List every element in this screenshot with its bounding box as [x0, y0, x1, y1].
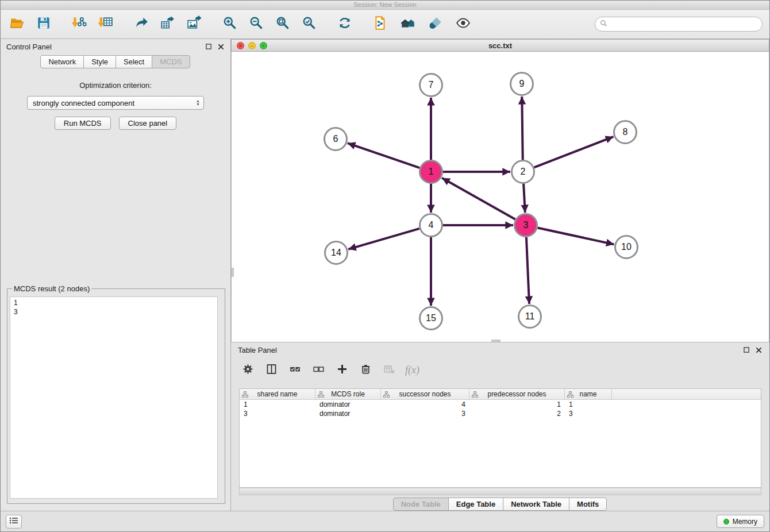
table-panel: Table Panel — [231, 342, 769, 511]
unselect-all-columns-button[interactable] — [311, 363, 326, 377]
column-header-name[interactable]: name — [565, 389, 612, 399]
table-row[interactable]: 1dominator411 — [240, 400, 761, 409]
zoom-in-icon — [222, 16, 237, 33]
table-cell[interactable]: 3 — [381, 409, 469, 418]
table-cell[interactable]: 1 — [240, 400, 315, 409]
node-15[interactable]: 15 — [419, 306, 443, 330]
trash-icon — [360, 363, 372, 377]
optimization-select[interactable]: strongly connected component ▲▼ — [27, 96, 204, 110]
close-table-panel-icon[interactable] — [754, 346, 763, 354]
column-header-predecessor-nodes[interactable]: predecessor nodes — [469, 389, 565, 399]
home-button[interactable] — [398, 14, 418, 34]
zoom-selected-button[interactable] — [299, 14, 319, 34]
node-3[interactable]: 3 — [514, 213, 538, 237]
import-table-button[interactable] — [96, 14, 116, 34]
column-header-shared-name[interactable]: shared name — [240, 389, 315, 399]
canvas-left-scroll-nub[interactable] — [232, 268, 234, 277]
open-session-button[interactable] — [7, 14, 27, 34]
mcds-result-group: MCDS result (2 nodes) 13 — [7, 284, 225, 504]
table-settings-button[interactable] — [240, 363, 255, 377]
tab-node-table[interactable]: Node Table — [393, 498, 449, 511]
unchecked-boxes-icon — [313, 363, 325, 377]
tab-motifs[interactable]: Motifs — [569, 498, 607, 511]
tab-select[interactable]: Select — [116, 55, 152, 68]
node-14[interactable]: 14 — [324, 241, 348, 265]
paintbrush-icon — [428, 16, 443, 33]
tab-network-table[interactable]: Network Table — [503, 498, 569, 511]
table-cell[interactable]: 3 — [240, 409, 315, 418]
import-network-icon — [72, 16, 87, 33]
table-cell[interactable]: 1 — [469, 400, 565, 409]
search-input[interactable] — [610, 20, 757, 28]
column-header-MCDS-role[interactable]: MCDS role — [315, 389, 381, 399]
import-network-button[interactable] — [70, 14, 89, 34]
canvas-bottom-scroll-nub[interactable] — [491, 340, 500, 342]
table-cell[interactable]: 4 — [381, 400, 469, 409]
node-6[interactable]: 6 — [324, 127, 348, 151]
export-table-button[interactable] — [158, 14, 178, 34]
memory-button[interactable]: Memory — [717, 515, 764, 528]
tab-edge-table[interactable]: Edge Table — [448, 498, 503, 511]
delete-column-button[interactable] — [382, 363, 396, 377]
table-horizontal-scrollbar[interactable] — [239, 488, 761, 495]
node-table: shared nameMCDS rolesuccessor nodesprede… — [239, 388, 761, 488]
table-panel-title: Table Panel — [238, 346, 277, 354]
table-cell[interactable]: dominator — [315, 409, 381, 418]
mcds-result-list[interactable]: 13 — [10, 296, 218, 499]
tab-style[interactable]: Style — [83, 55, 116, 68]
export-network-icon — [134, 16, 149, 33]
memory-status-icon — [723, 519, 729, 525]
table-cell[interactable]: 3 — [565, 409, 612, 418]
node-2[interactable]: 2 — [511, 160, 535, 184]
show-columns-button[interactable] — [264, 363, 279, 377]
table-cell[interactable]: dominator — [315, 400, 381, 409]
node-9[interactable]: 9 — [510, 72, 534, 96]
export-network-button[interactable] — [132, 14, 151, 34]
zoom-fit-button[interactable] — [273, 14, 292, 34]
save-session-button[interactable] — [34, 14, 53, 34]
close-panel-button[interactable]: Close panel — [119, 117, 177, 130]
float-table-panel-icon[interactable] — [742, 346, 750, 354]
tab-network[interactable]: Network — [40, 55, 84, 68]
zoom-in-button[interactable] — [220, 14, 240, 34]
create-column-button[interactable] — [334, 363, 349, 377]
tree-icon — [318, 391, 324, 398]
app-window: Session: New Session — [0, 0, 770, 532]
table-row[interactable]: 3dominator323 — [240, 409, 761, 418]
select-all-columns-button[interactable] — [287, 363, 302, 377]
close-panel-icon[interactable] — [217, 43, 225, 51]
function-builder-button[interactable]: f(x) — [405, 363, 419, 377]
node-7[interactable]: 7 — [419, 73, 443, 97]
list-icon — [9, 516, 18, 527]
delete-row-button[interactable] — [358, 363, 373, 377]
node-8[interactable]: 8 — [613, 120, 637, 144]
run-mcds-button[interactable]: Run MCDS — [55, 117, 111, 130]
folder-open-icon — [10, 16, 25, 33]
mcds-result-title: MCDS result (2 nodes) — [12, 284, 91, 293]
style-button[interactable] — [426, 14, 445, 34]
table-cell[interactable]: 2 — [469, 409, 565, 418]
node-4[interactable]: 4 — [419, 213, 443, 237]
main-toolbar — [1, 10, 769, 39]
toggle-view-button[interactable] — [453, 14, 473, 34]
table-cell[interactable]: 1 — [565, 400, 612, 409]
export-table-icon — [160, 16, 175, 33]
network-window-titlebar[interactable]: ✕ – + scc.txt — [231, 39, 769, 52]
import-table-icon — [98, 16, 113, 33]
export-document-button[interactable] — [371, 14, 390, 34]
network-canvas[interactable]: 7968124314101511 — [231, 52, 769, 342]
float-panel-icon[interactable] — [205, 43, 213, 51]
home-icon — [401, 16, 415, 33]
node-1[interactable]: 1 — [419, 160, 443, 184]
tab-mcds[interactable]: MCDS — [152, 55, 190, 68]
result-line: 3 — [14, 307, 214, 317]
result-line: 1 — [14, 298, 214, 307]
refresh-button[interactable] — [335, 14, 355, 34]
column-header-successor-nodes[interactable]: successor nodes — [381, 389, 469, 399]
node-11[interactable]: 11 — [518, 304, 542, 329]
show-panels-button[interactable] — [6, 515, 22, 529]
export-image-button[interactable] — [184, 14, 204, 34]
optimization-value: strongly connected component — [33, 99, 196, 107]
zoom-out-button[interactable] — [247, 14, 266, 34]
node-10[interactable]: 10 — [614, 235, 638, 259]
